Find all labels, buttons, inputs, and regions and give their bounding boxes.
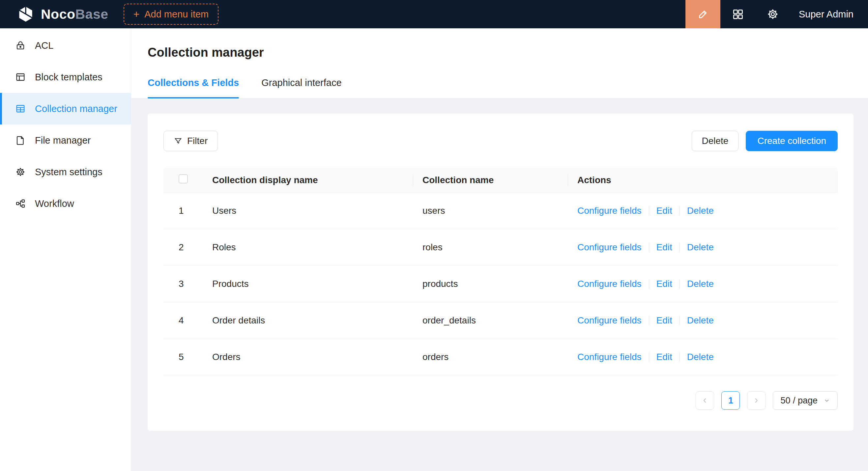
page-size-select[interactable]: 50 / page [773,391,838,410]
delete-link[interactable]: Delete [687,205,714,216]
nocobase-logo[interactable]: NocoBase [17,5,108,23]
column-header-display-name: Collection display name [212,175,423,186]
divider [649,352,649,362]
content-area: Filter Delete Create collection Collecti… [131,99,868,471]
collection-name: order_details [423,315,577,326]
divider [649,316,649,325]
gear-icon [767,8,779,21]
chevron-left-icon [701,397,709,404]
main-content: Collection manager Collections & Fields … [131,28,868,471]
file-icon [15,135,26,145]
tabs: Collections & Fields Graphical interface [131,69,868,99]
table-row: 2 Roles roles Configure fieldsEditDelete [163,229,838,266]
chevron-down-icon [824,397,830,404]
divider [649,279,649,289]
sidebar-item-workflow[interactable]: Workflow [0,188,131,220]
settings-button[interactable] [755,0,790,28]
select-all-checkbox[interactable] [179,174,188,183]
page-size-value: 50 / page [780,396,817,406]
row-index: 3 [163,279,212,289]
collection-display-name: Roles [212,242,423,253]
add-menu-item-button[interactable]: + Add menu item [124,4,219,25]
page-1-button[interactable]: 1 [721,391,740,410]
navbar-right: Super Admin [685,0,868,28]
sidebar-item-label: ACL [35,40,53,51]
plus-icon: + [133,9,140,20]
sidebar-item-label: Collection manager [35,103,117,114]
pagination: 1 50 / page [163,391,838,410]
edit-link[interactable]: Edit [656,352,672,362]
table-row: 1 Users users Configure fieldsEditDelete [163,193,838,229]
tab-collections-fields[interactable]: Collections & Fields [148,69,239,98]
edit-link[interactable]: Edit [656,315,672,326]
column-header-name: Collection name [423,175,577,186]
row-actions: Configure fieldsEditDelete [577,315,838,326]
collection-display-name: Products [212,279,423,289]
divider [680,279,680,289]
edit-link[interactable]: Edit [656,205,672,216]
delete-link[interactable]: Delete [687,279,714,289]
configure-fields-link[interactable]: Configure fields [577,315,642,326]
next-page-button[interactable] [747,391,766,410]
edit-link[interactable]: Edit [656,242,672,253]
sidebar-item-label: Block templates [35,72,102,83]
filter-label: Filter [187,136,208,146]
configure-fields-link[interactable]: Configure fields [577,352,642,362]
divider [649,206,649,215]
create-collection-button[interactable]: Create collection [746,131,838,151]
add-menu-item-label: Add menu item [144,9,209,20]
sidebar-item-label: File manager [35,135,91,146]
cube-logo-icon [17,5,35,23]
delete-link[interactable]: Delete [687,315,714,326]
grid-icon [732,8,744,21]
collection-display-name: Order details [212,315,423,326]
table-row: 5 Orders orders Configure fieldsEditDele… [163,339,838,375]
collections-card: Filter Delete Create collection Collecti… [148,114,854,431]
row-index: 1 [163,205,212,216]
configure-fields-link[interactable]: Configure fields [577,279,642,289]
divider [680,243,680,252]
prev-page-button[interactable] [696,391,714,410]
user-menu[interactable]: Super Admin [799,9,854,20]
configure-fields-link[interactable]: Configure fields [577,242,642,253]
sidebar-item-system-settings[interactable]: System settings [0,156,131,188]
divider [649,243,649,252]
delete-link[interactable]: Delete [687,242,714,253]
row-index: 5 [163,352,212,362]
collections-table: Collection display name Collection name … [163,168,838,375]
shell: ACL Block templates Collection manager F… [0,28,868,471]
table-row: 3 Products products Configure fieldsEdit… [163,266,838,302]
divider [680,206,680,215]
row-index: 4 [163,315,212,326]
collection-name: orders [423,352,577,362]
select-all-cell [163,174,212,186]
workflow-icon [15,198,26,209]
filter-icon [174,137,183,145]
gear-icon [15,167,26,177]
sidebar-item-acl[interactable]: ACL [0,30,131,61]
page-title: Collection manager [148,45,851,60]
filter-button[interactable]: Filter [163,131,218,151]
highlighter-icon [696,8,709,21]
divider [680,316,680,325]
sidebar-item-file-manager[interactable]: File manager [0,125,131,156]
sidebar-item-label: System settings [35,167,102,177]
delete-button[interactable]: Delete [692,131,739,151]
top-navbar: NocoBase + Add menu item [0,0,868,28]
sidebar-item-block-templates[interactable]: Block templates [0,61,131,93]
app-window: NocoBase + Add menu item [0,0,868,471]
ui-editor-button[interactable] [685,0,720,28]
sidebar-item-label: Workflow [35,198,74,209]
tab-graphical-interface[interactable]: Graphical interface [261,69,341,98]
row-actions: Configure fieldsEditDelete [577,205,838,216]
collection-display-name: Users [212,205,423,216]
table-row: 4 Order details order_details Configure … [163,302,838,339]
delete-link[interactable]: Delete [687,352,714,362]
sidebar: ACL Block templates Collection manager F… [0,28,131,471]
collection-display-name: Orders [212,352,423,362]
edit-link[interactable]: Edit [656,279,672,289]
configure-fields-link[interactable]: Configure fields [577,205,642,216]
layout-icon [15,72,26,82]
sidebar-item-collection-manager[interactable]: Collection manager [0,93,131,125]
plugins-button[interactable] [720,0,755,28]
